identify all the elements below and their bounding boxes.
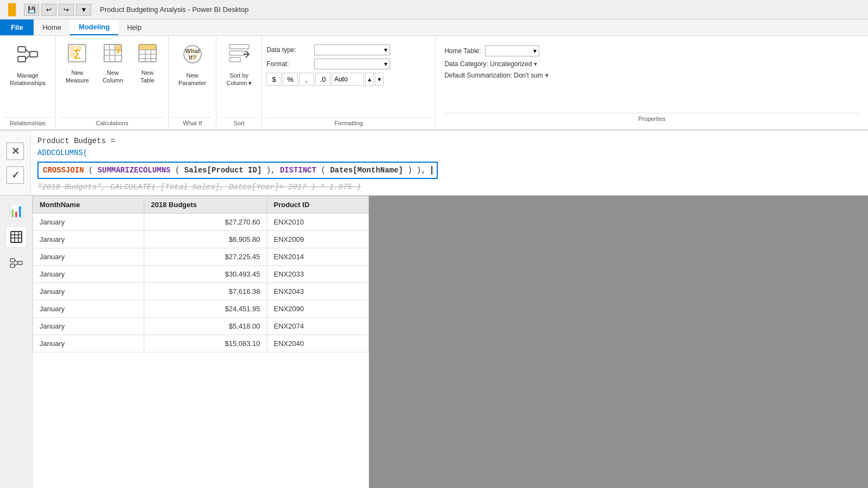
- formula-editor[interactable]: Product Budgets = ADDCOLUMNS( CROSSJOIN …: [31, 131, 868, 195]
- new-parameter-button[interactable]: What If? NewParameter: [173, 39, 212, 115]
- default-summarization-label: Default Summarization: Don't sum: [444, 72, 543, 79]
- col-productid: Product ID: [267, 196, 368, 214]
- crossjoin-open: (: [88, 166, 98, 175]
- cell-product: ENX2040: [267, 335, 368, 352]
- sort-by-column-button[interactable]: Sort byColumn ▾: [221, 39, 257, 115]
- manage-relationships-label: ManageRelationships: [10, 72, 46, 87]
- table-row: January $24,451.95 ENX2090: [33, 300, 369, 318]
- cell-budget: $27,225.45: [144, 248, 267, 266]
- sales-ref: Sales[Product ID]: [184, 166, 261, 175]
- ribbon-group-formatting: Data type: ▾ Format: ▾ $ % , .0: [262, 36, 436, 130]
- undo-btn[interactable]: ↩: [41, 4, 56, 16]
- sidebar-diagram-icon[interactable]: [5, 252, 27, 274]
- customize-btn[interactable]: ▼: [76, 4, 91, 16]
- cell-month: January: [33, 266, 144, 283]
- distinct-keyword: DISTINCT: [280, 166, 316, 175]
- table-row: January $27,225.45 ENX2014: [33, 248, 369, 266]
- ribbon: ManageRelationships Relationships ∑ NewM…: [0, 36, 868, 131]
- cell-month: January: [33, 300, 144, 318]
- table-row: January $5,418.00 ENX2074: [33, 318, 369, 335]
- svg-rect-40: [10, 264, 15, 267]
- window-title: Product Budgeting Analysis - Power BI De…: [100, 5, 248, 14]
- manage-relationships-button[interactable]: ManageRelationships: [4, 39, 51, 115]
- format-value: [318, 60, 320, 68]
- cell-month: January: [33, 283, 144, 300]
- summarization-dropdown-arrow[interactable]: ▾: [545, 72, 548, 79]
- data-type-dropdown[interactable]: ▾: [314, 44, 390, 55]
- svg-rect-28: [229, 44, 249, 49]
- home-table-chevron: ▾: [533, 47, 537, 55]
- new-column-label: NewColumn: [103, 69, 123, 85]
- formatting-items: Data type: ▾ Format: ▾ $ % , .0: [266, 39, 431, 117]
- format-row: Format: ▾: [266, 59, 390, 69]
- title-controls[interactable]: 💾 ↩ ↪ ▼: [24, 4, 91, 16]
- ribbon-group-relationships: ManageRelationships Relationships: [0, 36, 56, 130]
- svg-rect-30: [229, 57, 240, 62]
- summarizecolumns-close: ),: [266, 166, 280, 175]
- menu-home[interactable]: Home: [34, 20, 70, 35]
- new-column-icon: +: [102, 42, 124, 67]
- percent-button[interactable]: %: [283, 73, 298, 86]
- svg-rect-34: [11, 232, 22, 242]
- sidebar-barchart-icon[interactable]: 📊: [5, 200, 27, 222]
- cell-month: January: [33, 214, 144, 231]
- calculations-group-label: Calculations: [60, 117, 164, 130]
- new-measure-icon: ∑: [66, 42, 88, 67]
- menu-file[interactable]: File: [0, 20, 34, 35]
- svg-rect-8: [76, 46, 81, 51]
- svg-rect-41: [18, 261, 22, 265]
- table-row: January $7,616.38 ENX2043: [33, 283, 369, 300]
- ribbon-group-properties: Home Table: ▾ Data Category: Uncategoriz…: [436, 36, 868, 130]
- cell-month: January: [33, 335, 144, 352]
- new-parameter-label: NewParameter: [178, 72, 206, 87]
- default-summarization-row: Default Summarization: Don't sum ▾: [444, 71, 859, 79]
- menu-modeling[interactable]: Modeling: [70, 20, 118, 35]
- relationships-items: ManageRelationships: [4, 39, 51, 117]
- data-category-dropdown-arrow[interactable]: ▾: [534, 60, 537, 68]
- formula-cancel-button[interactable]: ✕: [7, 143, 24, 160]
- title-bar: ▐▌ 💾 ↩ ↪ ▼ Product Budgeting Analysis - …: [0, 0, 868, 20]
- distinct-close: ) ),: [407, 166, 426, 175]
- svg-rect-39: [10, 259, 15, 262]
- svg-rect-0: [18, 47, 25, 52]
- cell-budget: $27,270.60: [144, 214, 267, 231]
- new-column-button[interactable]: + NewColumn: [97, 39, 129, 115]
- new-parameter-icon: What If?: [181, 42, 205, 69]
- relationships-group-label: Relationships: [4, 117, 51, 130]
- home-table-dropdown[interactable]: ▾: [485, 46, 539, 56]
- svg-text:What: What: [185, 48, 200, 54]
- data-type-value: [318, 46, 320, 54]
- spinner-down[interactable]: ▼: [375, 73, 384, 86]
- formula-area: ✕ ✓ Product Budgets = ADDCOLUMNS( CROSSJ…: [0, 131, 868, 196]
- save-btn[interactable]: 💾: [24, 4, 39, 16]
- formula-controls: ✕ ✓: [0, 131, 31, 195]
- cell-product: ENX2033: [267, 266, 368, 283]
- new-table-button[interactable]: NewTable: [131, 39, 164, 115]
- new-measure-button[interactable]: ∑ NewMeasure: [60, 39, 94, 115]
- data-type-chevron: ▾: [384, 46, 387, 54]
- home-table-row: Home Table: ▾: [444, 46, 859, 56]
- format-dropdown[interactable]: ▾: [314, 59, 390, 69]
- auto-input[interactable]: [331, 73, 364, 86]
- cell-product: ENX2043: [267, 283, 368, 300]
- properties-content: Home Table: ▾ Data Category: Uncategoriz…: [444, 40, 859, 79]
- table-row: January $15,083.10 ENX2040: [33, 335, 369, 352]
- new-measure-label: NewMeasure: [66, 69, 89, 85]
- comma-button[interactable]: ,: [299, 73, 314, 86]
- data-area: MonthName 2018 Budgets Product ID Januar…: [33, 196, 369, 488]
- properties-group-label: Properties: [444, 113, 859, 125]
- cell-month: January: [33, 231, 144, 248]
- cell-budget: $7,616.38: [144, 283, 267, 300]
- spinner-up[interactable]: ▲: [365, 73, 374, 86]
- text-cursor: [431, 166, 432, 175]
- formula-confirm-button[interactable]: ✓: [7, 166, 24, 184]
- left-sidebar: 📊: [0, 196, 33, 488]
- currency-button[interactable]: $: [266, 73, 282, 86]
- cell-product: ENX2090: [267, 300, 368, 318]
- redo-btn[interactable]: ↪: [59, 4, 74, 16]
- menu-help[interactable]: Help: [118, 20, 150, 35]
- svg-rect-9: [69, 52, 75, 57]
- sidebar-grid-icon[interactable]: [5, 226, 27, 248]
- decimal-button[interactable]: .0: [315, 73, 330, 86]
- formula-addcolumns: ADDCOLUMNS(: [37, 147, 861, 159]
